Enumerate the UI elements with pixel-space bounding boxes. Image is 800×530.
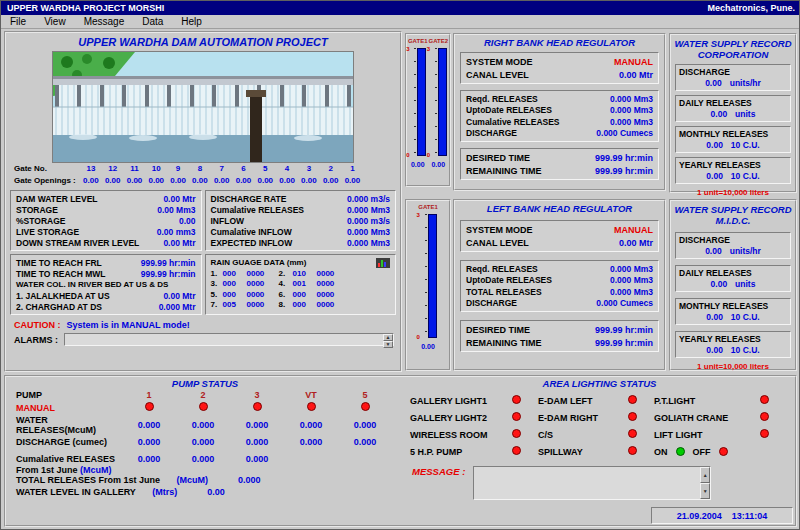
gauge-cumulative: 0000 bbox=[247, 290, 279, 299]
pump-status-section: PUMP STATUS PUMP 123VT5 MANUAL WATER REL… bbox=[8, 378, 402, 498]
time-value: 999.99 hr:min bbox=[595, 325, 653, 335]
system-mode-value: MANUAL bbox=[614, 57, 653, 67]
scale-max: 3 bbox=[417, 212, 420, 218]
scroll-down-icon[interactable]: ▼ bbox=[700, 483, 710, 499]
gauge-value: 000 bbox=[223, 279, 247, 288]
record-value: 0.00 bbox=[706, 171, 723, 181]
record-unit: 10 C.U. bbox=[731, 171, 760, 181]
panel-title: WATER SUPPLY RECORD bbox=[671, 204, 795, 215]
stat-value: 0.000 m3/s bbox=[347, 194, 390, 204]
record-label: MONTHLY RELEASES bbox=[679, 301, 787, 311]
scroll-down-icon[interactable]: ▼ bbox=[383, 341, 393, 348]
gate-openings-label: Gate Openings : bbox=[14, 176, 80, 185]
gate-opening-readout: 0.00 bbox=[421, 343, 435, 350]
alarms-scrollbar[interactable]: ▲ ▼ bbox=[383, 334, 393, 345]
message-row: MESSAGE : ▲ ▼ bbox=[402, 466, 797, 500]
panel-subtitle: M.I.D.C. bbox=[671, 215, 795, 226]
time-label: DESIRED TIME bbox=[466, 325, 530, 335]
light-label: LIFT LIGHT bbox=[654, 430, 760, 440]
gauge-value: 000 bbox=[293, 300, 317, 309]
gate-number: 12 bbox=[102, 164, 124, 173]
release-row: Reqd. RELEASES 0.000 Mm3 bbox=[463, 263, 656, 275]
pump-column-header: 2 bbox=[176, 390, 230, 400]
area-lighting-title: AREA LIGHTING STATUS bbox=[402, 378, 797, 389]
rain-gauge-title: RAIN GUAGE DATA (mm) bbox=[211, 258, 307, 267]
release-value: 0.000 Mm3 bbox=[610, 287, 653, 297]
scroll-up-icon[interactable]: ▲ bbox=[383, 334, 393, 341]
water-releases-row: WATER RELEASES(McuM) 0.0000.0000.0000.00… bbox=[8, 419, 402, 431]
stat-value: 0.00 Mm3 bbox=[157, 205, 195, 215]
menu-item[interactable]: Data bbox=[142, 16, 163, 27]
gauge-value: 000 bbox=[293, 290, 317, 299]
area-lighting-section: AREA LIGHTING STATUS GALLERY LIGHT1 E-DA… bbox=[402, 378, 797, 500]
gauge-index: 2. bbox=[279, 269, 293, 278]
record-unit: units bbox=[735, 279, 755, 289]
alarms-field[interactable]: ▲ ▼ bbox=[64, 333, 394, 346]
message-scrollbar[interactable]: ▲ ▼ bbox=[700, 467, 710, 499]
release-row: Reqd. RELEASES 0.000 Mm3 bbox=[463, 93, 656, 105]
stat-row: EXPECTED INFLOW 0.000 Mm3 bbox=[208, 237, 394, 248]
light-status-led bbox=[628, 429, 637, 438]
stat-value: 0.000 Mm3 bbox=[347, 205, 390, 215]
pump-status-led bbox=[361, 402, 370, 411]
gauge-cumulative: 0000 bbox=[317, 300, 349, 309]
supply-record-box: DISCHARGE 0.00 units/hr bbox=[675, 64, 791, 91]
stat-row: Cumalative RELEASES 0.000 Mm3 bbox=[208, 204, 394, 215]
message-label: MESSAGE : bbox=[412, 466, 465, 477]
light-status-led bbox=[760, 412, 769, 421]
record-label: DISCHARGE bbox=[679, 235, 787, 245]
off-led bbox=[719, 447, 728, 456]
gauge-index: 8. bbox=[279, 300, 293, 309]
scale-min: 0 bbox=[406, 152, 409, 158]
menu-item[interactable]: Help bbox=[181, 16, 202, 27]
stat-row: DOWN STREAM RIVER LEVEL 0.00 Mtr bbox=[13, 237, 199, 248]
time-to-reach-box: TIME TO REACH FRL 999.99 hr:min TIME TO … bbox=[10, 254, 202, 315]
gallery-level-value: 0.00 bbox=[207, 487, 225, 497]
gauge-index: 1. bbox=[211, 269, 223, 278]
project-heading: UPPER WARDHA DAM AUTOMATION PROJECT bbox=[6, 36, 400, 48]
record-value: 0.00 bbox=[711, 109, 728, 119]
lighting-row: GALLERY LIGHT2 E-DAM RIGHT GOLIATH CRANE bbox=[402, 409, 797, 426]
stat-label: LIVE STORAGE bbox=[16, 227, 79, 237]
record-value: 0.00 bbox=[705, 246, 722, 256]
gauge-value: 000 bbox=[223, 290, 247, 299]
gate-number: 5 bbox=[254, 164, 276, 173]
release-row: UptoDate RELEASES 0.000 Mm3 bbox=[463, 275, 656, 287]
cumulative-releases-row: Cumalative RELEASES From 1st June (McuM)… bbox=[8, 454, 402, 474]
water-col-row: 2. CHARGHAD AT DS 0.000 Mtr bbox=[13, 301, 199, 312]
menu-item[interactable]: Message bbox=[84, 16, 125, 27]
time-row: TIME TO REACH FRL 999.99 hr:min bbox=[13, 257, 199, 268]
flow-stats-box: DISCHARGE RATE 0.000 m3/s Cumalative REL… bbox=[205, 190, 397, 251]
light-label: SPILLWAY bbox=[538, 447, 628, 457]
menu-item[interactable]: View bbox=[44, 16, 66, 27]
scale-ticks bbox=[414, 48, 416, 156]
scroll-up-icon[interactable]: ▲ bbox=[700, 467, 710, 483]
record-value: 0.00 bbox=[706, 140, 723, 150]
gauge-cumulative: 0000 bbox=[247, 279, 279, 288]
rain-gauge-box: RAIN GUAGE DATA (mm) 1. 000 0000 2. 010 … bbox=[205, 254, 397, 315]
time-row: DESIRED TIME 999.99 hr:min bbox=[463, 323, 656, 336]
record-value: 0.00 bbox=[706, 312, 723, 322]
supply-record-box: MONTHLY RELEASES 0.00 10 C.U. bbox=[675, 298, 791, 325]
water-release-value: 0.000 bbox=[122, 420, 176, 430]
bottom-status-panel: PUMP STATUS PUMP 123VT5 MANUAL WATER REL… bbox=[4, 375, 797, 527]
gate-number: 2 bbox=[320, 164, 342, 173]
record-unit: 10 C.U. bbox=[731, 312, 760, 322]
message-box[interactable]: ▲ ▼ bbox=[473, 466, 711, 500]
total-releases-unit: (McuM) bbox=[177, 475, 209, 485]
lighting-row: WIRELESS ROOM C/S LIFT LIGHT bbox=[402, 426, 797, 443]
menu-item[interactable]: File bbox=[10, 16, 26, 27]
gauge-index: 5. bbox=[211, 290, 223, 299]
release-row: TOTAL RELEASES 0.000 Mm3 bbox=[463, 286, 656, 298]
datetime-display: 21.09.2004 13:11:04 bbox=[651, 507, 793, 524]
release-row: DISCHARGE 0.000 Cumecs bbox=[463, 128, 656, 140]
gate-opening-value: 0.00 bbox=[167, 176, 189, 185]
left-bank-gate-gauge: GATE1 3 0 0.00 bbox=[405, 199, 451, 371]
release-value: 0.000 Cumecs bbox=[596, 298, 653, 308]
bar-chart-icon[interactable] bbox=[376, 258, 390, 268]
gallery-level-row: WATER LEVEL IN GALLERY (Mtrs) 0.00 bbox=[8, 486, 402, 498]
gate-opening-value: 0.00 bbox=[189, 176, 211, 185]
gallery-level-unit: (Mtrs) bbox=[152, 487, 177, 497]
panel-title: WATER SUPPLY RECORD bbox=[671, 38, 795, 49]
pump-status-led bbox=[307, 402, 316, 411]
